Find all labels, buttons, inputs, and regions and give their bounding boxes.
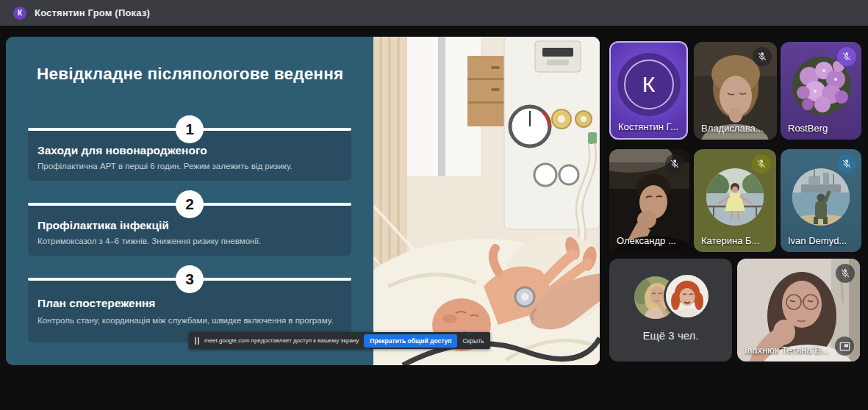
hide-notification-button[interactable]: Скрыть xyxy=(462,337,484,345)
tile-name-ivakhniuk: Івахнюк Тетяна В... xyxy=(745,345,829,356)
tile-name-vladyslava: Владислава... xyxy=(701,123,763,134)
step-number-2: 2 xyxy=(185,195,194,213)
muted-mic-badge xyxy=(837,47,856,66)
ivan-avatar xyxy=(792,168,850,226)
tile-kostiantyn[interactable]: К Костянтин Г... xyxy=(609,41,688,140)
tile-oleksandr[interactable]: Олександр ... xyxy=(609,149,689,252)
screen-share-icon xyxy=(195,337,199,345)
tile-ivakhniuk[interactable]: Івахнюк Тетяна В... xyxy=(737,259,860,362)
stop-sharing-button[interactable]: Прекратить общий доступ xyxy=(364,334,457,348)
presenter-avatar-letter: К xyxy=(18,9,22,17)
slide-title: Невідкладне післяпологове ведення xyxy=(37,65,367,84)
card-heading-1: Заходи для новонародженого xyxy=(37,144,207,157)
control-bar: 17:08 pss-aqgo-qxo xyxy=(0,367,868,410)
kostiantyn-avatar: К xyxy=(617,53,681,116)
screen-share-notification: meet.google.com предоставляет доступ к в… xyxy=(189,332,490,349)
tile-name-ivan: Ivan Demyd... xyxy=(788,235,847,246)
tile-name-rostberg: RostBerg xyxy=(788,123,828,134)
presenter-topbar: К Костянтин Гром (Показ) xyxy=(0,0,868,26)
more-people-label: Ещё 3 чел. xyxy=(609,329,732,342)
more-avatar-2 xyxy=(666,275,709,317)
presentation-stage[interactable]: Невідкладне післяпологове ведення 1 Захо… xyxy=(6,37,600,365)
picture-in-picture-icon[interactable] xyxy=(835,337,854,356)
presenter-title: Костянтин Гром (Показ) xyxy=(35,7,150,18)
meet-window: К Костянтин Гром (Показ) Невідкладне піс… xyxy=(0,0,868,410)
muted-mic-badge xyxy=(753,47,772,66)
tile-vladyslava[interactable]: Владислава... xyxy=(694,42,777,140)
tile-name-kostiantyn: Костянтин Г... xyxy=(618,121,678,132)
card-body-3: Контроль стану, координація між службами… xyxy=(37,316,333,325)
card-body-1: Профілактична АРТ в перші 6 годин. Режим… xyxy=(37,162,293,170)
presentation-photo xyxy=(373,37,600,365)
card-body-2: Котримоксазол з 4–6 тижнів. Зниження риз… xyxy=(37,237,261,245)
kostiantyn-avatar-letter: К xyxy=(642,72,655,97)
tile-rostberg[interactable]: RostBerg xyxy=(781,42,861,140)
slide-content: Невідкладне післяпологове ведення 1 Захо… xyxy=(6,37,373,365)
tile-ivan[interactable]: Ivan Demyd... xyxy=(781,149,861,252)
screen-share-message: meet.google.com предоставляет доступ к в… xyxy=(204,337,359,344)
card-heading-3: План спостереження xyxy=(37,297,155,310)
tile-name-kateryna: Катерина Б... xyxy=(701,235,759,246)
step-number-badge-1: 1 xyxy=(176,115,204,143)
step-number-badge-2: 2 xyxy=(176,190,204,218)
tile-name-oleksandr: Олександр ... xyxy=(617,235,676,246)
step-number-3: 3 xyxy=(185,270,194,288)
kateryna-avatar xyxy=(706,168,764,226)
muted-mic-badge xyxy=(752,154,771,173)
step-number-badge-3: 3 xyxy=(176,265,204,293)
newborn-photo-illustration xyxy=(373,37,600,365)
card-heading-2: Профілактика інфекцій xyxy=(37,219,169,232)
tile-more-people[interactable]: Ещё 3 чел. xyxy=(609,259,732,362)
muted-mic-badge xyxy=(836,264,855,283)
muted-mic-badge xyxy=(665,154,684,173)
tile-kateryna[interactable]: Катерина Б... xyxy=(694,149,776,252)
muted-mic-badge xyxy=(837,154,856,173)
step-number-1: 1 xyxy=(185,121,194,138)
presenter-avatar: К xyxy=(13,7,26,20)
